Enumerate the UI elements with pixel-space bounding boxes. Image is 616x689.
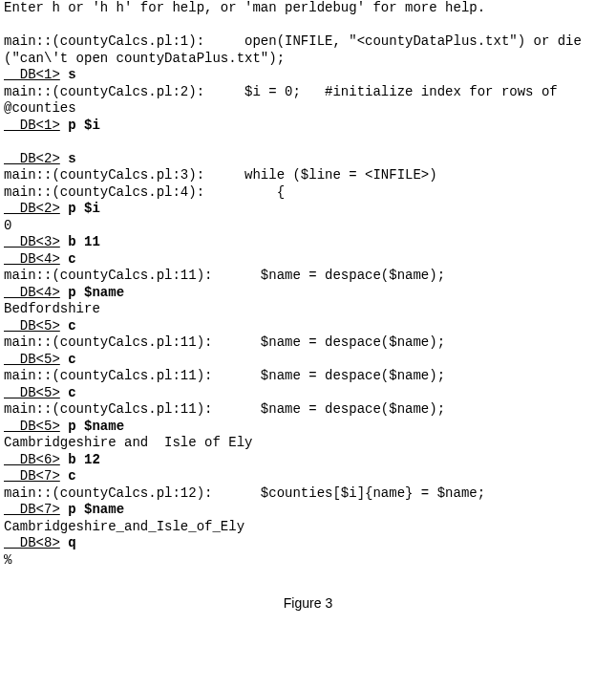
terminal-line: @counties	[4, 100, 616, 118]
terminal-line: DB<5> p $name	[4, 419, 616, 436]
user-command: p $name	[68, 285, 124, 300]
output-text: main::(countyCalcs.pl:1): open(INFILE, "…	[4, 33, 582, 49]
debugger-output: Enter h or 'h h' for help, or 'man perld…	[0, 0, 616, 569]
output-text	[60, 535, 68, 550]
terminal-line: main::(countyCalcs.pl:12): $counties[$i]…	[4, 485, 616, 503]
output-text: main::(countyCalcs.pl:3): while ($line =…	[4, 167, 437, 183]
terminal-line: DB<1> p $i	[4, 118, 616, 135]
output-text	[60, 118, 68, 133]
terminal-line: DB<7> p $name	[4, 502, 616, 519]
output-text	[60, 234, 68, 249]
user-command: p $i	[68, 118, 100, 133]
output-text: main::(countyCalcs.pl:11): $name = despa…	[4, 268, 445, 283]
output-text: 0	[4, 218, 11, 233]
output-text	[60, 452, 68, 467]
output-text: @counties	[4, 100, 76, 116]
terminal-line: Bedfordshire	[4, 301, 616, 318]
output-text: ("can\'t open countyDataPlus.txt");	[4, 51, 285, 66]
user-command: q	[68, 535, 75, 550]
terminal-line: main::(countyCalcs.pl:3): while ($line =…	[4, 167, 616, 184]
output-text: main::(countyCalcs.pl:11): $name = despa…	[4, 401, 445, 417]
terminal-line: main::(countyCalcs.pl:2): $i = 0; #initi…	[4, 84, 616, 101]
debugger-prompt: DB<2>	[4, 201, 60, 216]
output-text	[60, 352, 68, 367]
output-text	[60, 419, 68, 434]
terminal-line: main::(countyCalcs.pl:11): $name = despa…	[4, 368, 616, 385]
debugger-prompt: DB<1>	[4, 67, 60, 82]
output-text: main::(countyCalcs.pl:2): $i = 0; #initi…	[4, 84, 558, 99]
debugger-prompt: DB<4>	[4, 285, 60, 300]
user-command: p $i	[68, 201, 100, 216]
user-command: p $name	[68, 419, 124, 434]
debugger-prompt: DB<2>	[4, 151, 60, 166]
terminal-line: DB<5> c	[4, 352, 616, 369]
terminal-line: %	[4, 552, 616, 570]
user-command: c	[68, 385, 75, 400]
debugger-prompt: DB<5>	[4, 385, 60, 400]
terminal-line: DB<4> c	[4, 251, 616, 269]
terminal-line: Cambridgeshire and Isle of Ely	[4, 435, 616, 452]
output-text: Bedfordshire	[4, 301, 100, 316]
debugger-prompt: DB<8>	[4, 535, 60, 550]
terminal-line: main::(countyCalcs.pl:4): {	[4, 184, 616, 202]
debugger-prompt: DB<5>	[4, 318, 60, 334]
terminal-line: DB<8> q	[4, 535, 616, 552]
output-text: Cambridgeshire_and_Isle_of_Ely	[4, 519, 244, 534]
terminal-line: main::(countyCalcs.pl:11): $name = despa…	[4, 401, 616, 419]
output-text	[60, 285, 68, 300]
output-text	[60, 151, 68, 166]
output-text	[60, 251, 68, 267]
terminal-line: DB<5> c	[4, 385, 616, 402]
output-text	[60, 201, 68, 216]
output-text: %	[4, 552, 11, 568]
debugger-prompt: DB<7>	[4, 502, 60, 517]
debugger-prompt: DB<4>	[4, 251, 60, 267]
user-command: s	[68, 67, 75, 82]
terminal-line	[4, 134, 616, 151]
terminal-line: main::(countyCalcs.pl:11): $name = despa…	[4, 334, 616, 352]
output-text	[60, 67, 68, 82]
output-text	[60, 502, 68, 517]
debugger-prompt: DB<7>	[4, 468, 60, 484]
terminal-line: DB<1> s	[4, 67, 616, 84]
terminal-line: DB<4> p $name	[4, 285, 616, 302]
terminal-line: Cambridgeshire_and_Isle_of_Ely	[4, 519, 616, 536]
output-text	[60, 318, 68, 334]
debugger-prompt: DB<5>	[4, 352, 60, 367]
user-command: c	[68, 468, 75, 484]
terminal-line: DB<6> b 12	[4, 452, 616, 469]
terminal-line: DB<2> p $i	[4, 201, 616, 218]
output-text: main::(countyCalcs.pl:12): $counties[$i]…	[4, 485, 485, 501]
output-text: Enter h or 'h h' for help, or 'man perld…	[4, 0, 485, 15]
terminal-line: DB<7> c	[4, 468, 616, 485]
debugger-prompt: DB<1>	[4, 118, 60, 133]
terminal-line: main::(countyCalcs.pl:1): open(INFILE, "…	[4, 33, 616, 51]
terminal-line	[4, 17, 616, 34]
terminal-line: DB<2> s	[4, 151, 616, 168]
debugger-prompt: DB<6>	[4, 452, 60, 467]
terminal-line: Enter h or 'h h' for help, or 'man perld…	[4, 0, 616, 17]
user-command: b 11	[68, 234, 100, 249]
terminal-line: DB<3> b 11	[4, 234, 616, 251]
user-command: c	[68, 352, 75, 367]
output-text	[60, 385, 68, 400]
user-command: b 12	[68, 452, 100, 467]
user-command: p $name	[68, 502, 124, 517]
user-command: c	[68, 251, 75, 267]
terminal-line: main::(countyCalcs.pl:11): $name = despa…	[4, 268, 616, 285]
terminal-line: DB<5> c	[4, 318, 616, 335]
user-command: c	[68, 318, 75, 334]
output-text: main::(countyCalcs.pl:11): $name = despa…	[4, 334, 445, 350]
user-command: s	[68, 151, 75, 166]
terminal-line: 0	[4, 218, 616, 235]
debugger-prompt: DB<3>	[4, 234, 60, 249]
figure-caption: Figure 3	[0, 595, 616, 613]
debugger-prompt: DB<5>	[4, 419, 60, 434]
terminal-line: ("can\'t open countyDataPlus.txt");	[4, 51, 616, 68]
output-text	[60, 468, 68, 484]
output-text: main::(countyCalcs.pl:11): $name = despa…	[4, 368, 445, 383]
output-text: main::(countyCalcs.pl:4): {	[4, 184, 285, 200]
output-text: Cambridgeshire and Isle of Ely	[4, 435, 252, 450]
